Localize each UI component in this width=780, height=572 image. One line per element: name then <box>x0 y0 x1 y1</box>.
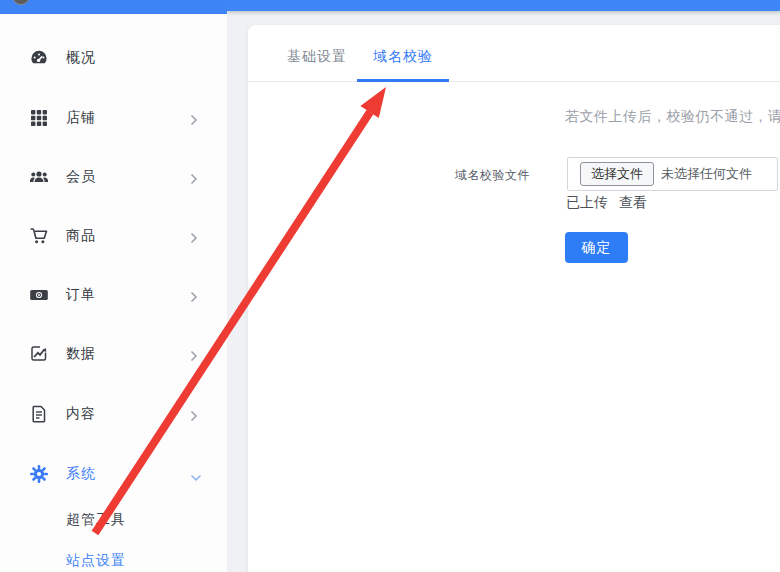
uploaded-text: 已上传 <box>566 194 608 210</box>
chevron-right-icon <box>190 112 198 130</box>
gear-icon <box>29 464 49 484</box>
sidebar-item-label: 订单 <box>66 286 96 304</box>
settings-card: 基础设置 域名校验 若文件上传后，校验仍不通过，请确认 域名校验文件 选择文件 … <box>248 25 780 572</box>
sidebar-subitem-super-admin-tools[interactable]: 超管工具 <box>66 511 126 529</box>
sidebar-item-label: 店铺 <box>66 109 96 127</box>
sidebar-item-label: 数据 <box>66 345 96 363</box>
top-navbar <box>227 0 780 11</box>
sidebar-item-shop[interactable]: 店铺 <box>0 98 227 138</box>
cart-icon <box>29 226 49 246</box>
sidebar: 概况 店铺 <box>0 14 227 572</box>
chevron-right-icon <box>190 230 198 248</box>
sidebar-item-label: 内容 <box>66 405 96 423</box>
sidebar-header-bar <box>0 0 227 14</box>
sidebar-item-label: 商品 <box>66 227 96 245</box>
tab-basic-settings[interactable]: 基础设置 <box>271 25 363 82</box>
sidebar-item-orders[interactable]: 订单 <box>0 275 227 315</box>
sidebar-item-content[interactable]: 内容 <box>0 394 227 434</box>
tab-bar: 基础设置 域名校验 <box>248 25 780 82</box>
chevron-right-icon <box>190 289 198 307</box>
chevron-down-icon <box>190 468 202 486</box>
document-icon <box>29 404 49 424</box>
sidebar-item-label: 概况 <box>66 49 96 67</box>
chevron-right-icon <box>190 171 198 189</box>
grid-icon <box>29 108 49 128</box>
sidebar-item-label: 会员 <box>66 168 96 186</box>
no-file-chosen-text: 未选择任何文件 <box>661 165 752 183</box>
file-input[interactable]: 选择文件 未选择任何文件 <box>567 157 778 191</box>
sidebar-item-data[interactable]: 数据 <box>0 334 227 374</box>
chart-icon <box>29 344 49 364</box>
sidebar-subitem-site-settings[interactable]: 站点设置 <box>66 552 126 570</box>
tab-domain-verification[interactable]: 域名校验 <box>357 25 449 82</box>
bill-icon <box>29 285 49 305</box>
admin-page: 概况 店铺 <box>0 0 780 572</box>
file-field-label: 域名校验文件 <box>455 167 545 184</box>
sidebar-item-products[interactable]: 商品 <box>0 216 227 256</box>
sidebar-item-system[interactable]: 系统 <box>0 454 227 494</box>
chevron-right-icon <box>190 348 198 366</box>
sidebar-item-members[interactable]: 会员 <box>0 157 227 197</box>
upload-hint-text: 若文件上传后，校验仍不通过，请确认 <box>565 108 780 126</box>
choose-file-button[interactable]: 选择文件 <box>580 162 654 186</box>
chevron-right-icon <box>190 408 198 426</box>
users-icon <box>29 167 49 187</box>
sidebar-item-overview[interactable]: 概况 <box>0 38 227 78</box>
uploaded-status: 已上传查看 <box>566 194 647 212</box>
gauge-icon <box>29 48 49 68</box>
view-link[interactable]: 查看 <box>619 194 647 210</box>
confirm-button[interactable]: 确定 <box>565 232 628 263</box>
sidebar-item-label: 系统 <box>66 465 96 483</box>
